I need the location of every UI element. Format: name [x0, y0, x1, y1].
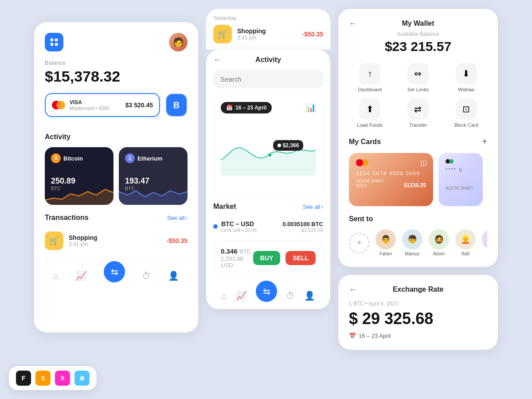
chart-type-icon[interactable]: 📊	[306, 103, 316, 113]
mid-nav-fab[interactable]: ⇆	[256, 281, 277, 302]
chart-container: 📅 16 – 23 April 📊	[213, 94, 323, 196]
market-pair: BTC – USD	[221, 220, 257, 227]
mid-main-panel: ← Activity 📅 16 – 23 April 📊	[206, 50, 330, 309]
market-see-all[interactable]: See all ›	[303, 203, 323, 210]
ethereum-card[interactable]: Ξ Etherium 193.47 BTC	[119, 147, 188, 205]
my-cards-title: My Cards	[349, 138, 381, 146]
mid-clock-icon: ⏱	[286, 291, 295, 301]
shopping-icon: 🛒	[45, 231, 63, 250]
eth-chart	[119, 183, 188, 205]
contact-fahim[interactable]: 👨 Fahim	[376, 229, 396, 256]
action-set-limits[interactable]: ⇔ Set Limits	[397, 63, 439, 92]
grid-icon	[49, 37, 59, 47]
wallet-title: My Wallet	[402, 20, 434, 27]
buy-usd-amount: 1,293.88 USD	[221, 255, 253, 269]
transactions-title: Transactions	[45, 214, 89, 222]
sell-button[interactable]: SELL	[286, 251, 316, 265]
nfc-icon: )))	[420, 159, 427, 167]
wallet-balance: $23 215.57	[349, 39, 487, 54]
nav-history[interactable]: ⏱	[142, 271, 151, 282]
mid-bottom-nav: ⌂ 📈 ⇆ ⏱ 👤	[206, 282, 330, 309]
yesterday-label: Yesterday	[213, 15, 323, 25]
nav-chart[interactable]: 📈	[76, 270, 87, 282]
contact-adom[interactable]: 🧔 Adom	[429, 229, 449, 256]
card-number-2: **** 5	[446, 167, 476, 172]
exchange-back-button[interactable]: ←	[349, 285, 357, 294]
action-load-funds[interactable]: ⬆ Load Funds	[349, 98, 391, 128]
app-icon[interactable]	[45, 33, 63, 51]
action-set-limits-label: Set Limits	[407, 87, 429, 92]
mid-nav-home[interactable]: ⌂	[221, 291, 227, 301]
nav-profile[interactable]: 👤	[168, 270, 179, 282]
contact-avatar-fahim: 👨	[376, 229, 396, 250]
add-contact-button[interactable]: +	[349, 233, 369, 253]
mid-chart-icon: 📈	[236, 290, 247, 301]
mid-nav-chart[interactable]: 📈	[236, 290, 247, 301]
flutter-icon: ⊕	[74, 371, 90, 386]
action-block-card-label: Block Card	[454, 122, 478, 128]
action-dashboard[interactable]: ↑ Dashboard	[349, 63, 391, 92]
back-button[interactable]: ←	[213, 55, 221, 65]
see-all-link[interactable]: See all ›	[167, 215, 188, 221]
buy-button[interactable]: BUY	[253, 251, 281, 265]
tx-time: 3:41 pm	[69, 241, 161, 247]
contact-avatar-abu: 🧓	[482, 229, 487, 250]
visa-card-chip[interactable]: VISA Mastercard • 9390 $3 520.45	[45, 93, 160, 117]
market-section: Market See all › BTC – USD Limit sell • …	[206, 203, 330, 282]
action-transfer-label: Transfer	[409, 122, 427, 128]
card-holder-2: ADOM SHAFI	[446, 186, 476, 191]
btc-name: Bitcoin	[63, 155, 83, 162]
sketch-icon: S	[35, 371, 51, 386]
right-column: ← My Wallet Available Balance $23 215.57…	[338, 9, 498, 350]
transaction-item[interactable]: 🛒 Shopping 3:41 pm -$50.35	[34, 227, 198, 254]
date-range-badge[interactable]: 📅 16 – 23 April	[221, 102, 272, 113]
avatar[interactable]: 🧑	[169, 33, 188, 51]
sent-to-title: Sent to	[349, 215, 487, 223]
contact-avatar-mansur: 👦	[402, 229, 422, 250]
block-card-icon: ⊡	[456, 98, 477, 120]
action-block-card[interactable]: ⊡ Block Card	[445, 98, 487, 128]
contact-mansur[interactable]: 👦 Mansur	[402, 229, 422, 256]
activity-title: Activity	[34, 133, 198, 141]
card-sub: Mastercard • 9390	[70, 106, 121, 111]
tools-row: F S X ⊕	[9, 366, 97, 390]
mid-nav-clock[interactable]: ⏱	[286, 291, 295, 301]
wallet-back-button[interactable]: ←	[349, 19, 357, 28]
market-item[interactable]: BTC – USD Limit sell • 10:36 0.0035100 B…	[213, 217, 323, 236]
load-funds-icon: ⬆	[359, 98, 380, 120]
exchange-rate-value: $ 29 325.68	[349, 309, 487, 328]
left-panel: 🧑 Balance $15,378.32 VISA Mastercard • 9…	[34, 22, 198, 332]
calendar-icon: 📅	[349, 332, 356, 339]
contact-rafi[interactable]: 👱 Rafi	[455, 229, 476, 256]
shopping-snippet-time: 3:41 pm	[237, 35, 297, 41]
shopping-snippet[interactable]: 🛒 Shopping 3:41 pm -$50.35	[213, 25, 323, 50]
nav-fab-button[interactable]: ⇆	[104, 261, 125, 282]
xd-icon: X	[55, 371, 70, 386]
credit-card-2[interactable]: **** 5 ADOM SHAFI	[438, 153, 483, 206]
add-card-button[interactable]: +	[482, 137, 487, 147]
second-card-chip[interactable]: B	[165, 93, 188, 117]
exchange-panel: ← Exchange Rate 1 BTC • April 6, 2021 $ …	[338, 275, 498, 350]
mid-column: Yesterday 🛒 Shopping 3:41 pm -$50.35 ← A…	[206, 9, 330, 309]
transfer-icon: ⇄	[407, 98, 429, 120]
bitcoin-card[interactable]: ₿ Bitcoin 250.89 BTC	[45, 147, 113, 205]
wallet-panel: ← My Wallet Available Balance $23 215.57…	[338, 9, 498, 267]
action-withdraw[interactable]: ⬇ Widraw	[445, 63, 487, 92]
wallet-actions: ↑ Dashboard ⇔ Set Limits ⬇ Widraw ⬆ Load…	[349, 63, 487, 128]
card-balance-1: $1230.25	[404, 182, 426, 188]
figma-icon: F	[16, 371, 31, 386]
balance-amount: $15,378.32	[45, 68, 188, 85]
eth-name: Etherium	[137, 155, 162, 162]
mid-top-snippet: Yesterday 🛒 Shopping 3:41 pm -$50.35	[206, 9, 330, 50]
withdraw-icon: ⬇	[456, 63, 477, 84]
eth-icon: Ξ	[125, 153, 135, 163]
credit-card-1[interactable]: ))) 1234 5678 9000 0000 ADOM SHAFI 08/24…	[349, 153, 433, 206]
search-input[interactable]	[213, 70, 323, 88]
contact-abu[interactable]: 🧓 Abu	[482, 229, 487, 256]
exchange-date: 📅 16 – 23 April	[349, 332, 487, 339]
action-transfer[interactable]: ⇄ Transfer	[397, 98, 439, 128]
market-title: Market	[213, 203, 236, 211]
action-dashboard-label: Dashboard	[358, 87, 382, 92]
nav-home[interactable]: ⌂	[53, 271, 59, 282]
mid-nav-profile[interactable]: 👤	[304, 290, 315, 301]
